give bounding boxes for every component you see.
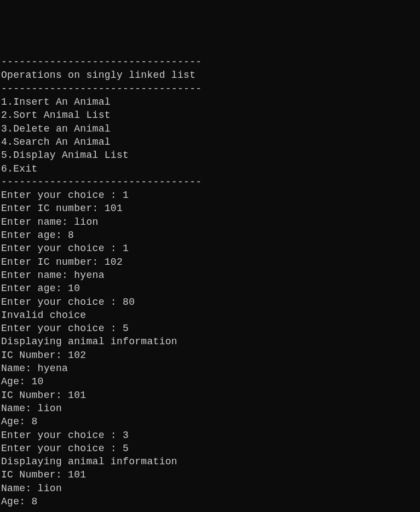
terminal-line: Operations on singly linked list <box>1 69 420 82</box>
terminal-line: IC Number: 101 <box>1 389 420 402</box>
terminal-line: Enter IC number: 101 <box>1 202 420 215</box>
terminal-line: 6.Exit <box>1 162 420 175</box>
terminal-line: Age: 10 <box>1 375 420 388</box>
terminal-line: Enter name: hyena <box>1 269 420 282</box>
terminal-line: Name: lion <box>1 402 420 415</box>
terminal-line: Displaying animal information <box>1 335 420 348</box>
terminal-line: --------------------------------- <box>1 82 420 95</box>
terminal-output: ---------------------------------Operati… <box>1 55 420 508</box>
terminal-line: Enter your choice : 5 <box>1 322 420 335</box>
terminal-line: Enter age: 10 <box>1 282 420 295</box>
terminal-line: Enter your choice : 1 <box>1 242 420 255</box>
terminal-line: --------------------------------- <box>1 55 420 69</box>
terminal-line: Enter name: lion <box>1 215 420 229</box>
terminal-line: Age: 8 <box>1 495 420 508</box>
terminal-line: Enter your choice : 80 <box>1 295 420 309</box>
terminal-line: IC Number: 101 <box>1 468 420 481</box>
terminal-line: Name: hyena <box>1 362 420 375</box>
terminal-line: 5.Display Animal List <box>1 149 420 162</box>
terminal-line: Enter your choice : 5 <box>1 442 420 455</box>
terminal-line: Enter your choice : 1 <box>1 189 420 202</box>
terminal-line: 4.Search An Animal <box>1 135 420 149</box>
terminal-line: Name: lion <box>1 482 420 495</box>
terminal-line: Enter your choice : 3 <box>1 429 420 442</box>
terminal-line: Enter IC number: 102 <box>1 255 420 269</box>
terminal-line: Displaying animal information <box>1 455 420 468</box>
terminal-line: Age: 8 <box>1 415 420 428</box>
terminal-line: 1.Insert An Animal <box>1 95 420 109</box>
terminal-line: Invalid choice <box>1 309 420 322</box>
terminal-line: Enter age: 8 <box>1 229 420 242</box>
terminal-line: --------------------------------- <box>1 175 420 189</box>
terminal-line: IC Number: 102 <box>1 349 420 362</box>
terminal-line: 2.Sort Animal List <box>1 109 420 122</box>
terminal-line: 3.Delete an Animal <box>1 122 420 135</box>
